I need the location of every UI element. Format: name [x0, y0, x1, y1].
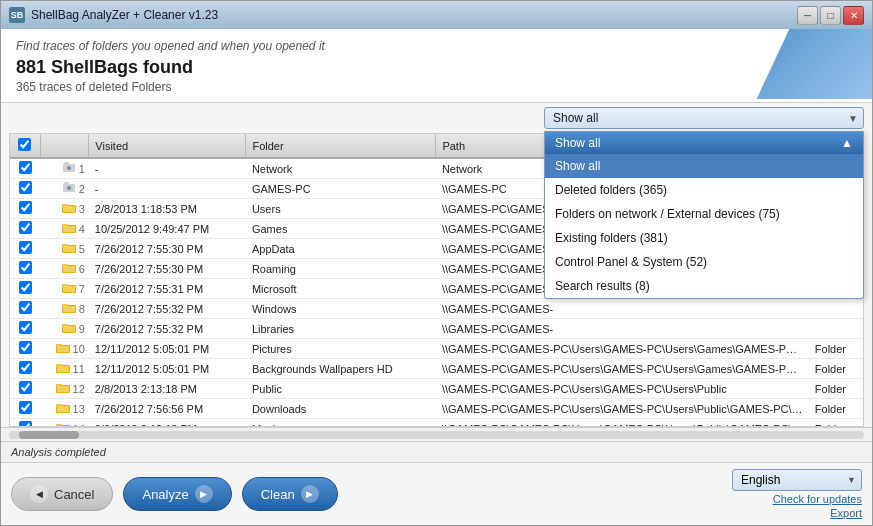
clean-arrow-icon: ▶: [301, 485, 319, 503]
svg-rect-1: [64, 162, 69, 165]
row-folder: Libraries: [246, 319, 436, 339]
svg-rect-40: [56, 424, 62, 427]
row-checkbox[interactable]: [19, 181, 32, 194]
svg-rect-41: [57, 426, 69, 427]
table-row: 1012/11/2012 5:05:01 PMPictures\\GAMES-P…: [10, 339, 863, 359]
table-row: 87/26/2012 7:55:32 PMWindows\\GAMES-PC\G…: [10, 299, 863, 319]
row-type-icon: [62, 243, 76, 255]
row-checkbox[interactable]: [19, 421, 32, 427]
row-visited: 7/26/2012 7:55:31 PM: [89, 279, 246, 299]
row-checkbox[interactable]: [19, 341, 32, 354]
row-visited: 2/8/2013 2:13:18 PM: [89, 419, 246, 428]
row-checkbox-cell: [10, 279, 40, 299]
row-checkbox[interactable]: [19, 241, 32, 254]
row-type-icon: [56, 403, 70, 415]
filter-option-control-panel[interactable]: Control Panel & System (52): [545, 250, 863, 274]
svg-rect-26: [63, 326, 75, 332]
row-visited: 7/26/2012 7:56:56 PM: [89, 399, 246, 419]
row-number: 6: [40, 259, 89, 279]
row-checkbox-cell: [10, 399, 40, 419]
export-link[interactable]: Export: [830, 507, 862, 519]
row-checkbox[interactable]: [19, 261, 32, 274]
row-visited: 2/8/2013 1:18:53 PM: [89, 199, 246, 219]
row-checkbox-cell: [10, 299, 40, 319]
row-type-icon: [62, 223, 76, 235]
scrollbar-thumb[interactable]: [19, 431, 79, 439]
close-button[interactable]: ✕: [843, 6, 864, 25]
row-checkbox-cell: [10, 359, 40, 379]
row-checkbox[interactable]: [19, 221, 32, 234]
cancel-label: Cancel: [54, 487, 94, 502]
svg-rect-8: [63, 206, 75, 212]
svg-rect-32: [57, 366, 69, 372]
row-checkbox[interactable]: [19, 381, 32, 394]
svg-rect-38: [57, 406, 69, 412]
row-checkbox[interactable]: [19, 321, 32, 334]
check-updates-link[interactable]: Check for updates: [773, 493, 862, 505]
row-checkbox-cell: [10, 158, 40, 179]
row-checkbox-cell: [10, 179, 40, 199]
row-type-icon: [56, 423, 70, 427]
row-type-icon: [62, 203, 76, 215]
select-all-checkbox[interactable]: [18, 138, 31, 151]
filter-option-search-results[interactable]: Search results (8): [545, 274, 863, 298]
maximize-button[interactable]: □: [820, 6, 841, 25]
svg-rect-17: [63, 266, 75, 272]
row-checkbox-cell: [10, 239, 40, 259]
language-select[interactable]: English French German Spanish Italian: [732, 469, 862, 491]
svg-point-5: [67, 186, 71, 190]
table-row: 137/26/2012 7:56:56 PMDownloads\\GAMES-P…: [10, 399, 863, 419]
col-checkbox: [10, 134, 40, 158]
row-number: 10: [40, 339, 89, 359]
row-checkbox-cell: [10, 259, 40, 279]
filter-dropdown-menu: Show all ▲ Show all Deleted folders (365…: [544, 131, 864, 299]
row-folder: Pictures: [246, 339, 436, 359]
toolbar-row: Show all Deleted folders (365) Folders o…: [1, 103, 872, 133]
row-folder: Public: [246, 379, 436, 399]
row-visited: 7/26/2012 7:55:30 PM: [89, 259, 246, 279]
row-checkbox[interactable]: [19, 281, 32, 294]
row-extra: Folder: [809, 419, 863, 428]
clean-label: Clean: [261, 487, 295, 502]
clean-button[interactable]: Clean ▶: [242, 477, 338, 511]
horizontal-scrollbar[interactable]: [9, 431, 864, 439]
row-type-icon: [62, 263, 76, 275]
row-number: 8: [40, 299, 89, 319]
row-visited: 7/26/2012 7:55:32 PM: [89, 299, 246, 319]
row-type-icon: [56, 363, 70, 375]
row-number: 5: [40, 239, 89, 259]
analyze-arrow-icon: ▶: [195, 485, 213, 503]
svg-rect-29: [57, 346, 69, 352]
row-checkbox[interactable]: [19, 201, 32, 214]
row-path: \\GAMES-PC\GAMES-PC\Users\GAMES-PC\Users…: [436, 359, 809, 379]
filter-dropdown[interactable]: Show all Deleted folders (365) Folders o…: [544, 107, 864, 129]
row-folder: GAMES-PC: [246, 179, 436, 199]
row-checkbox[interactable]: [19, 301, 32, 314]
svg-point-2: [67, 166, 71, 170]
row-checkbox[interactable]: [19, 361, 32, 374]
filter-dropdown-wrapper: Show all Deleted folders (365) Folders o…: [544, 107, 864, 129]
minimize-button[interactable]: ─: [797, 6, 818, 25]
header: Find traces of folders you opened and wh…: [1, 29, 872, 103]
row-path: \\GAMES-PC\GAMES-: [436, 299, 809, 319]
analyze-button[interactable]: Analyze ▶: [123, 477, 231, 511]
row-folder: AppData: [246, 239, 436, 259]
row-type-icon: [62, 283, 76, 295]
filter-option-network[interactable]: Folders on network / External devices (7…: [545, 202, 863, 226]
status-text: Analysis completed: [11, 446, 106, 458]
svg-rect-35: [57, 386, 69, 392]
svg-rect-23: [63, 306, 75, 312]
row-type-icon: [62, 323, 76, 335]
row-type-icon: [56, 343, 70, 355]
filter-option-existing[interactable]: Existing folders (381): [545, 226, 863, 250]
filter-option-show-all[interactable]: Show all: [545, 154, 863, 178]
row-folder: Music: [246, 419, 436, 428]
header-subtitle: Find traces of folders you opened and wh…: [16, 39, 857, 53]
header-count: 365 traces of deleted Folders: [16, 80, 857, 94]
bottom-right-area: English French German Spanish Italian Ch…: [732, 469, 862, 519]
row-folder: Roaming: [246, 259, 436, 279]
filter-option-deleted[interactable]: Deleted folders (365): [545, 178, 863, 202]
cancel-button[interactable]: ◀ Cancel: [11, 477, 113, 511]
row-checkbox[interactable]: [19, 401, 32, 414]
row-checkbox[interactable]: [19, 161, 32, 174]
